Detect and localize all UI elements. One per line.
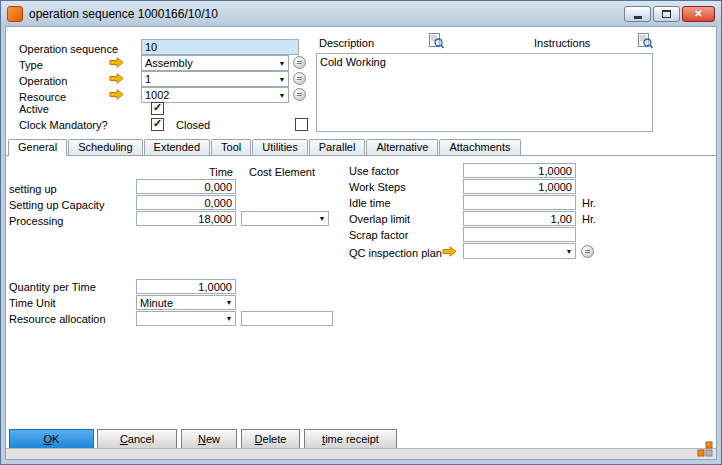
use-factor-label: Use factor: [349, 165, 399, 177]
idle-time-unit-label: Hr.: [582, 197, 596, 209]
restore-button[interactable]: [653, 6, 680, 22]
resource-reference-arrow-icon[interactable]: [109, 89, 124, 100]
resource-allocation-label: Resource allocation: [9, 313, 106, 325]
overlap-limit-unit-label: Hr.: [582, 213, 596, 225]
overlap-limit-label: Overlap limit: [349, 213, 410, 225]
tab-general[interactable]: General: [8, 139, 67, 156]
clock-mandatory-label: Clock Mandatory?: [19, 119, 108, 131]
tab-utilities[interactable]: Utilities: [252, 139, 307, 155]
setting-up-capacity-label: Setting up Capacity: [9, 199, 104, 211]
overlap-limit-input[interactable]: [463, 211, 576, 226]
dropdown-arrow-icon: ▼: [563, 248, 575, 255]
scrap-factor-label: Scrap factor: [349, 229, 408, 241]
setting-up-input[interactable]: [136, 179, 236, 194]
type-reference-arrow-icon[interactable]: [109, 57, 124, 68]
qc-inspection-plan-select[interactable]: ▼: [463, 243, 576, 259]
description-textarea[interactable]: Cold Working: [316, 53, 653, 132]
dropdown-arrow-icon: ▼: [276, 92, 288, 99]
resource-value: 1002: [142, 89, 276, 101]
idle-time-input[interactable]: [463, 195, 576, 210]
setting-up-label: setting up: [9, 183, 57, 195]
resource-menu-button[interactable]: [293, 88, 306, 101]
setting-up-capacity-input[interactable]: [136, 195, 236, 210]
quantity-per-time-label: Quantity per Time: [9, 281, 96, 293]
tab-extended[interactable]: Extended: [144, 139, 210, 155]
resource-allocation-input[interactable]: [241, 311, 333, 326]
app-icon: [7, 6, 23, 22]
restore-icon: [662, 10, 671, 18]
active-label: Active: [19, 103, 49, 115]
delete-button[interactable]: Delete: [241, 429, 300, 449]
tab-parallel[interactable]: Parallel: [309, 139, 366, 155]
new-button[interactable]: New: [181, 429, 237, 449]
tab-tool[interactable]: Tool: [211, 139, 251, 155]
dropdown-arrow-icon: ▼: [276, 76, 288, 83]
close-button[interactable]: ✕: [682, 6, 715, 22]
time-unit-value: Minute: [137, 297, 223, 309]
operation-select[interactable]: 1 ▼: [141, 71, 289, 87]
qc-inspection-plan-label: QC inspection plan: [349, 247, 442, 259]
dropdown-arrow-icon: ▼: [276, 60, 288, 67]
operation-sequence-window: operation sequence 1000166/10/10 ✕ Opera…: [0, 0, 722, 465]
dialog-body: Operation sequence Type Assembly ▼ Opera…: [5, 26, 717, 460]
dropdown-arrow-icon: ▼: [223, 299, 235, 306]
description-label: Description: [319, 37, 374, 49]
description-zoom-icon[interactable]: [429, 33, 444, 49]
processing-input[interactable]: [136, 211, 236, 226]
active-checkbox[interactable]: [151, 102, 164, 115]
processing-label: Processing: [9, 215, 63, 227]
work-steps-label: Work Steps: [349, 181, 406, 193]
time-unit-label: Time Unit: [9, 297, 56, 309]
processing-cost-element-select[interactable]: ▼: [241, 211, 329, 226]
operation-sequence-input[interactable]: [141, 39, 299, 55]
operation-label: Operation: [19, 75, 67, 87]
work-steps-input[interactable]: [463, 179, 576, 194]
minimize-icon: [634, 16, 642, 19]
window-controls: ✕: [624, 6, 715, 22]
cancel-button[interactable]: Cancel: [97, 429, 177, 449]
qc-inspection-plan-menu-button[interactable]: [581, 245, 594, 258]
instructions-zoom-icon[interactable]: [638, 33, 653, 49]
cost-element-column-header: Cost Element: [249, 166, 315, 178]
dropdown-arrow-icon: ▼: [223, 315, 235, 322]
use-factor-input[interactable]: [463, 163, 576, 178]
dropdown-arrow-icon: ▼: [316, 215, 328, 222]
resize-grip[interactable]: [697, 441, 713, 457]
operation-menu-button[interactable]: [293, 72, 306, 85]
time-unit-select[interactable]: Minute ▼: [136, 295, 236, 310]
tab-alternative[interactable]: Alternative: [366, 139, 438, 155]
resource-allocation-select[interactable]: ▼: [136, 311, 236, 326]
quantity-per-time-input[interactable]: [136, 279, 236, 294]
time-receipt-button[interactable]: time receipt: [304, 429, 397, 449]
resource-select[interactable]: 1002 ▼: [141, 87, 289, 103]
scrap-factor-input[interactable]: [463, 227, 576, 242]
instructions-label: Instructions: [534, 37, 590, 49]
time-column-header: Time: [178, 166, 233, 178]
closed-checkbox[interactable]: [295, 118, 308, 131]
operation-reference-arrow-icon[interactable]: [109, 73, 124, 84]
tab-attachments[interactable]: Attachments: [439, 139, 520, 155]
close-icon: ✕: [694, 7, 702, 21]
type-value: Assembly: [142, 57, 276, 69]
operation-sequence-label: Operation sequence: [19, 43, 118, 55]
window-title: operation sequence 1000166/10/10: [29, 7, 218, 21]
clock-mandatory-checkbox[interactable]: [151, 118, 164, 131]
closed-label: Closed: [176, 119, 210, 131]
qc-inspection-plan-arrow-icon[interactable]: [442, 246, 457, 257]
status-bar: [6, 448, 716, 459]
title-bar[interactable]: operation sequence 1000166/10/10 ✕: [1, 1, 721, 26]
ok-button[interactable]: OK: [9, 429, 94, 449]
operation-value: 1: [142, 73, 276, 85]
tab-scheduling[interactable]: Scheduling: [68, 139, 142, 155]
minimize-button[interactable]: [624, 6, 651, 22]
type-select[interactable]: Assembly ▼: [141, 55, 289, 71]
tab-strip: General Scheduling Extended Tool Utiliti…: [8, 139, 522, 156]
resource-label: Resource: [19, 91, 66, 103]
idle-time-label: Idle time: [349, 197, 391, 209]
type-menu-button[interactable]: [293, 56, 306, 69]
type-label: Type: [19, 59, 43, 71]
